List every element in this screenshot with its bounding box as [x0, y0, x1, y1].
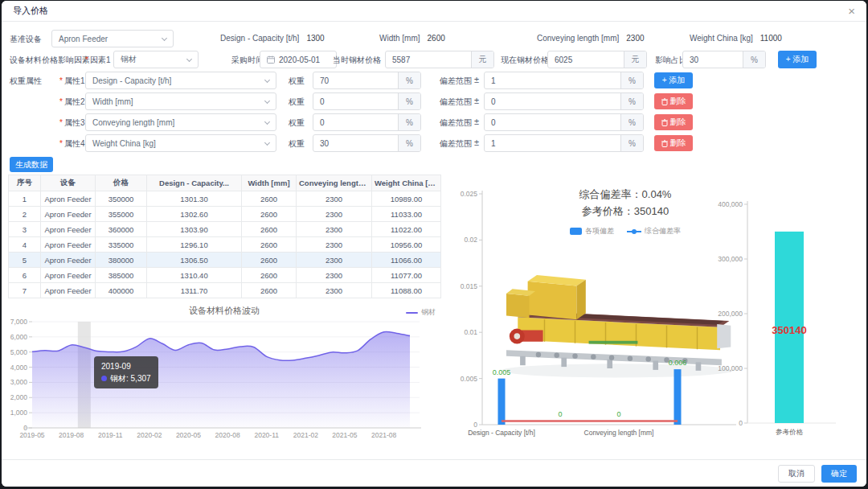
weight-input[interactable]: 0% — [313, 113, 421, 131]
attr-select[interactable]: Design - Capacity [t/h] — [85, 72, 276, 89]
weight-delete-button[interactable]: 删除 — [654, 135, 693, 151]
table-row[interactable]: 6Apron Feeder3850001310.402600230011077.… — [9, 268, 441, 283]
cancel-button[interactable]: 取消 — [778, 465, 815, 483]
deviation-input[interactable]: 0% — [484, 113, 644, 131]
unit-percent: % — [398, 135, 420, 151]
svg-text:0: 0 — [739, 419, 743, 427]
weight-input[interactable]: 0% — [313, 92, 421, 110]
table-cell: 2600 — [242, 283, 297, 298]
svg-text:2020-11: 2020-11 — [254, 431, 279, 439]
table-header-cell[interactable]: 价格 — [96, 175, 147, 191]
attr-select[interactable]: Conveying length [mm] — [85, 113, 276, 131]
price-fluctuation-chart[interactable]: 设备材料价格波动 钢材 01,0002,0003,0004,0005,0006,… — [8, 303, 440, 448]
ratio-input[interactable]: 30 % — [682, 51, 766, 68]
unit-percent: % — [398, 93, 420, 109]
table-header-cell[interactable]: Design - Capacity... — [147, 175, 242, 191]
table-cell: 2300 — [297, 237, 372, 253]
spec-width: Width [mm]2600 — [379, 34, 445, 43]
chevron-down-icon — [162, 35, 167, 41]
price-table: 序号设备价格Design - Capacity...Width [mm]Conv… — [8, 175, 441, 298]
table-cell: 355000 — [96, 207, 147, 222]
purchase-time-label: 采购时间 — [231, 55, 264, 66]
line-chart-legend[interactable]: 钢材 — [406, 307, 436, 318]
y-axis: 01,0002,0003,0004,0005,0006,0007,000 — [10, 318, 32, 432]
weight-label: 权重 — [289, 117, 305, 129]
line-chart-title: 设备材料价格波动 — [8, 305, 440, 317]
x-axis: 2019-052019-082019-112020-022020-052020-… — [19, 428, 421, 439]
weight-add-button[interactable]: + 添加 — [654, 72, 693, 88]
unit-percent: % — [398, 114, 420, 130]
table-cell: 2600 — [242, 237, 297, 253]
now-price-label: 现在钢材价格 — [501, 55, 549, 66]
table-header-cell[interactable]: Width [mm] — [242, 175, 297, 191]
table-row[interactable]: 1Apron Feeder3500001301.302600230010989.… — [9, 191, 441, 207]
deviation-input[interactable]: 0% — [484, 92, 644, 110]
plus-minus-sign: ± — [474, 138, 479, 147]
attr-select[interactable]: Weight China [kg] — [85, 134, 276, 152]
factor1-select[interactable]: 钢材 — [113, 51, 199, 68]
trash-icon — [661, 140, 668, 147]
svg-text:0.005: 0.005 — [493, 368, 511, 376]
calendar-icon — [267, 55, 275, 64]
generate-data-button[interactable]: 生成数据 — [10, 157, 53, 172]
svg-text:200,000: 200,000 — [718, 310, 743, 318]
deviation-panel: 综合偏差率：0.04% 参考价格：350140 各项偏差 综合偏差率 — [440, 181, 865, 458]
weights-group-label: 权重属性 — [10, 76, 42, 87]
table-row[interactable]: 7Apron Feeder4000001311.702600230011088.… — [9, 283, 441, 298]
plus-minus-sign: ± — [474, 96, 479, 105]
table-cell: 2600 — [242, 222, 297, 237]
now-price-input[interactable]: 6025 元 — [547, 51, 647, 68]
table-header-cell[interactable]: Conveying length... — [297, 175, 372, 191]
table-cell: 10989.00 — [372, 191, 441, 207]
svg-text:2021-02: 2021-02 — [293, 431, 318, 439]
table-row[interactable]: 3Apron Feeder3600001303.902600230011022.… — [9, 222, 441, 237]
purchase-time-input[interactable]: 2020-05-01 — [260, 51, 337, 68]
then-price-input[interactable]: 5587 元 — [385, 51, 494, 68]
table-cell: Apron Feeder — [41, 268, 96, 283]
trash-icon — [661, 98, 668, 105]
confirm-button[interactable]: 确定 — [821, 465, 857, 483]
svg-text:0: 0 — [558, 410, 562, 418]
then-price-label: 当时钢材价格 — [333, 55, 381, 66]
chevron-down-icon — [186, 56, 192, 62]
unit-yuan: 元 — [624, 51, 646, 68]
deviation-input[interactable]: 1% — [484, 72, 644, 89]
table-header-cell[interactable]: 设备 — [41, 175, 96, 191]
svg-text:2019-08: 2019-08 — [59, 431, 84, 439]
table-header-cell[interactable]: Weight China [kg] — [372, 175, 441, 191]
table-cell: Apron Feeder — [41, 237, 96, 253]
deviation-label: 偏差范围 — [440, 117, 472, 129]
svg-text:5,000: 5,000 — [10, 348, 28, 356]
table-cell: 2300 — [297, 207, 372, 222]
factor-add-button[interactable]: + 添加 — [778, 51, 817, 68]
unit-percent: % — [620, 135, 643, 151]
table-row[interactable]: 2Apron Feeder3550001302.602600230011033.… — [9, 207, 441, 222]
dialog-header: 导入价格 × — [2, 1, 866, 22]
weight-delete-button[interactable]: 删除 — [654, 114, 693, 130]
table-cell: Apron Feeder — [41, 191, 96, 207]
svg-text:0.01: 0.01 — [464, 328, 477, 336]
weight-delete-button[interactable]: 删除 — [654, 93, 693, 109]
base-equipment-select[interactable]: Apron Feeder — [51, 30, 174, 47]
svg-text:0: 0 — [473, 421, 477, 429]
table-cell: 1301.30 — [147, 191, 242, 207]
table-cell: 380000 — [96, 253, 147, 268]
table-cell: 11077.00 — [372, 268, 441, 283]
table-cell: 3 — [9, 222, 41, 237]
weight-input[interactable]: 30% — [313, 134, 421, 152]
weight-input[interactable]: 70% — [313, 72, 421, 89]
close-icon[interactable]: × — [848, 5, 855, 17]
attr-label: *属性3 — [59, 117, 84, 129]
dialog-title: 导入价格 — [13, 5, 48, 17]
table-header-cell[interactable]: 序号 — [9, 175, 41, 191]
deviation-input[interactable]: 1% — [484, 134, 644, 152]
factor1-label: *因素1 — [85, 55, 110, 66]
table-cell: 7 — [9, 283, 41, 298]
spec-capacity: Design - Capacity [t/h]1300 — [220, 34, 325, 43]
table-cell: 2300 — [297, 253, 372, 268]
svg-text:0.006: 0.006 — [669, 359, 687, 367]
attr-select[interactable]: Width [mm] — [85, 92, 276, 110]
table-row[interactable]: 5Apron Feeder3800001306.502600230011066.… — [9, 253, 441, 268]
table-row[interactable]: 4Apron Feeder3350001296.102600230010956.… — [9, 237, 441, 253]
deviation-label: 偏差范围 — [440, 76, 472, 87]
